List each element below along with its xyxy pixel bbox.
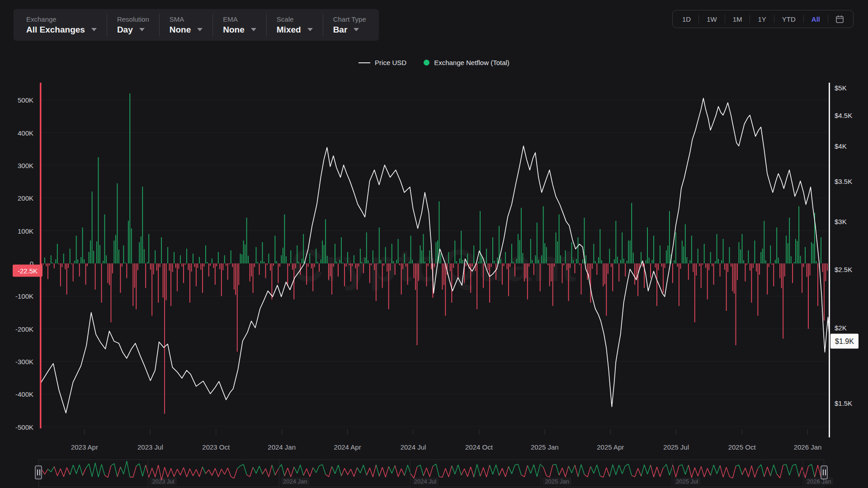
navigator-label: 2024 Jul bbox=[412, 478, 439, 485]
chart-canvas[interactable] bbox=[0, 0, 868, 488]
navigator-divider bbox=[148, 460, 148, 487]
x-axis-tick: 2025 Jan bbox=[520, 443, 570, 451]
right-axis-tick: $3.5K bbox=[835, 177, 852, 185]
x-axis-tick: 2025 Jul bbox=[651, 443, 701, 451]
navigator-label: 2026 Jan bbox=[805, 478, 834, 485]
left-axis-tick: -500K bbox=[0, 423, 33, 431]
x-axis-tick: 2024 Apr bbox=[323, 443, 373, 451]
right-axis-tick: $4K bbox=[835, 142, 847, 150]
x-axis-tick: 2024 Oct bbox=[454, 443, 504, 451]
navigator-divider bbox=[410, 460, 410, 487]
left-axis-tick: 100K bbox=[0, 227, 33, 235]
navigator-right-handle[interactable] bbox=[821, 465, 828, 479]
left-axis-tick: -100K bbox=[0, 292, 33, 300]
navigator-divider bbox=[803, 460, 803, 487]
navigator-divider bbox=[541, 460, 541, 487]
x-tick-marks bbox=[85, 429, 808, 435]
right-axis-line bbox=[829, 83, 830, 437]
netflow-bars bbox=[41, 94, 828, 414]
navigator-label: 2025 Jul bbox=[674, 478, 700, 485]
right-axis-tick: $2.5K bbox=[835, 266, 852, 273]
right-axis-tick: $5K bbox=[835, 84, 847, 92]
x-axis-tick: 2023 Apr bbox=[60, 443, 109, 451]
right-axis-tick: $1.5K bbox=[835, 399, 852, 407]
navigator-label: 2023 Jul bbox=[150, 478, 176, 485]
navigator-left-handle[interactable] bbox=[35, 465, 42, 479]
navigator-divider bbox=[672, 460, 672, 487]
left-axis-tick: 400K bbox=[0, 129, 33, 136]
right-axis-tick: $4.5K bbox=[835, 112, 852, 119]
left-axis-tick: 200K bbox=[0, 194, 33, 202]
left-axis-line bbox=[40, 83, 42, 428]
right-axis-tick: $2K bbox=[835, 324, 847, 332]
navigator[interactable]: 2023 Jul2024 Jan2024 Jul2025 Jan2025 Jul… bbox=[38, 460, 824, 487]
left-axis-tick: 500K bbox=[0, 96, 33, 104]
x-axis-tick: 2026 Jan bbox=[783, 443, 833, 451]
price-last-value-badge: $1.9K bbox=[830, 334, 859, 349]
left-axis-tick: -300K bbox=[0, 358, 33, 366]
navigator-label: 2025 Jan bbox=[542, 478, 571, 485]
left-axis-tick: -400K bbox=[0, 390, 33, 398]
price-line bbox=[41, 98, 830, 413]
x-axis-tick: 2025 Oct bbox=[717, 443, 767, 451]
left-axis-tick: 300K bbox=[0, 161, 33, 169]
navigator-divider bbox=[279, 460, 279, 487]
x-axis-tick: 2023 Oct bbox=[191, 443, 241, 451]
gridlines bbox=[41, 100, 830, 427]
x-axis-tick: 2025 Apr bbox=[585, 443, 635, 451]
left-axis-tick: -200K bbox=[0, 325, 33, 333]
navigator-label: 2024 Jan bbox=[281, 478, 310, 485]
x-axis-tick: 2024 Jul bbox=[388, 443, 438, 451]
netflow-last-value-badge: -22.5K bbox=[13, 265, 42, 277]
x-axis-tick: 2024 Jan bbox=[257, 443, 307, 451]
x-axis-tick: 2023 Jul bbox=[125, 443, 175, 451]
right-axis-tick: $3K bbox=[835, 218, 847, 225]
